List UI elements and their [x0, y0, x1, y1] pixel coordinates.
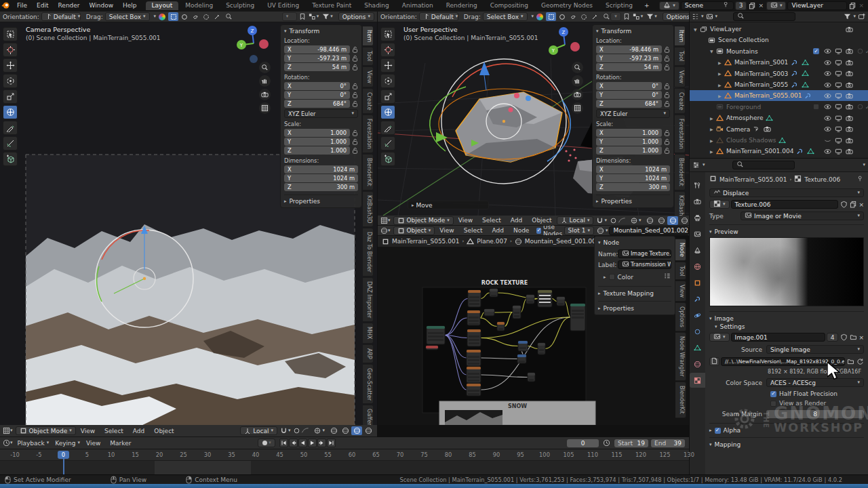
pan-hand-icon[interactable] [572, 75, 583, 87]
location--z-field[interactable]: Z54 m [284, 63, 350, 71]
sidebar-tab-blenderkit[interactable]: BlenderKit [363, 154, 374, 190]
mapping-panel-header[interactable]: ▾Mapping [709, 437, 864, 448]
texture-name-field[interactable]: Texture.006 [731, 200, 839, 209]
fake-user-shield-icon[interactable] [840, 201, 848, 208]
lock-icon[interactable] [664, 129, 670, 136]
expand-arrow[interactable]: ▶ [710, 149, 715, 154]
expand-arrow[interactable]: ▶ [718, 60, 724, 65]
tab-layout[interactable]: Layout [146, 1, 179, 10]
rotation--z-field[interactable]: Z684° [284, 100, 350, 108]
editor-type-caret[interactable]: ▾ [10, 428, 13, 433]
camera-toggle-icon[interactable] [845, 148, 854, 155]
expand-arrow[interactable]: ▶ [718, 83, 724, 87]
tool-add-cube-icon[interactable] [3, 152, 18, 166]
tool-transform-icon[interactable] [3, 105, 18, 119]
eye-toggle-icon[interactable] [823, 59, 832, 66]
sidebar-tab-kitbash3d[interactable]: KitBash3D [675, 191, 686, 216]
location--y-field[interactable]: Y-597.23 m [284, 54, 350, 62]
lock-icon[interactable] [352, 46, 358, 53]
location--z-field[interactable]: Z54 m [596, 63, 662, 71]
lock-icon[interactable] [664, 138, 670, 145]
settings-panel-header[interactable]: ▾Settings [715, 323, 864, 330]
outliner-item-label[interactable]: MainTerrain_S001.004 [726, 148, 793, 155]
sidebar-tab-options[interactable]: Options [675, 302, 686, 331]
zoom-icon[interactable] [572, 62, 583, 73]
vp-menu-object[interactable]: Object [149, 428, 178, 434]
sidebar-tab-create[interactable]: Create [675, 88, 686, 115]
dimensions--x-field[interactable]: X1024 m [284, 165, 358, 174]
shader-type-dropdown[interactable]: Object▾ [393, 226, 435, 235]
sidebar-tab-kitbash3d[interactable]: KitBash3D [363, 191, 374, 227]
node-box-13[interactable] [467, 350, 481, 366]
expand-arrow[interactable]: ▶ [710, 116, 715, 121]
camera-toggle-icon[interactable] [845, 92, 854, 100]
sidebar-tab-arp[interactable]: ARP [363, 344, 374, 363]
properties-search-input[interactable] [732, 161, 795, 169]
properties-options-icon[interactable]: ▾ [863, 163, 865, 167]
node-box-15[interactable] [538, 343, 545, 354]
outliner-row-scene-collection[interactable]: Scene Collection [690, 35, 868, 45]
zoom-icon[interactable] [259, 62, 271, 73]
select-circle-icon[interactable] [179, 12, 189, 21]
shading-solid-icon[interactable] [340, 426, 351, 435]
location--x-field[interactable]: X-98.446 m [284, 45, 350, 54]
scene-users-badge[interactable]: 3 [735, 1, 747, 10]
slot-dropdown[interactable]: Slot 1▾ [564, 226, 594, 235]
timeline-menu-view[interactable]: View [81, 440, 105, 447]
vp-menu-select[interactable]: Select [477, 217, 506, 224]
copy-icon[interactable] [849, 201, 857, 208]
shading-wireframe-icon[interactable] [644, 216, 655, 225]
monitor-toggle-icon[interactable] [834, 81, 843, 89]
timeline-tracks[interactable] [0, 461, 689, 474]
tab-shading[interactable]: Shading [358, 1, 395, 10]
annotation-icon[interactable] [623, 13, 630, 20]
properties-tab-render[interactable] [690, 194, 705, 209]
camera-toggle-icon[interactable] [845, 115, 854, 122]
preview-panel-header[interactable]: ▾Preview [709, 224, 864, 235]
timeline-menu-playback[interactable]: Playback [13, 440, 50, 447]
dimensions--x-field[interactable]: X1024 m [596, 165, 670, 174]
tool-move-icon[interactable] [3, 58, 18, 73]
lock-icon[interactable] [664, 83, 670, 89]
eye-toggle-icon[interactable] [823, 103, 832, 110]
eye-toggle-icon[interactable] [823, 115, 832, 122]
lock-icon[interactable] [352, 100, 358, 107]
lock-icon[interactable] [352, 138, 358, 145]
sidebar-tab-blenderkit[interactable]: BlenderKit [675, 382, 686, 418]
sidebar-tab-forestation[interactable]: Forestation [675, 115, 686, 153]
outliner-row-mainterrain-s001-004[interactable]: ▶MainTerrain_S001.004 [690, 146, 868, 157]
menu-render[interactable]: Render [54, 2, 85, 9]
geonodes-badge-icon[interactable] [778, 137, 787, 144]
outliner-item-label[interactable]: MainTerrain_S003 [734, 70, 788, 77]
source-dropdown[interactable]: Single Image▾ [766, 345, 864, 354]
monitor-toggle-icon[interactable] [834, 148, 843, 155]
camera-toggle-icon[interactable] [845, 125, 854, 133]
wrench-badge-icon[interactable] [790, 70, 799, 77]
node-box-6[interactable] [497, 322, 505, 331]
constraint-badge-icon[interactable] [752, 125, 761, 133]
properties-tab-tool[interactable] [690, 178, 705, 192]
editor-type-icon[interactable] [3, 427, 10, 434]
scale--x-field[interactable]: X1.000 [284, 129, 350, 137]
tab-scripting[interactable]: Scripting [599, 1, 639, 10]
vp-menu-add[interactable]: Add [506, 217, 527, 224]
select-box-icon[interactable] [168, 12, 178, 21]
texture-mapping-header[interactable]: ▸Texture Mapping [598, 286, 671, 297]
lock-icon[interactable] [352, 55, 358, 62]
browse-folder-icon[interactable] [846, 358, 854, 365]
node-box-10[interactable] [557, 297, 565, 306]
expand-arrow[interactable]: ▶ [718, 94, 724, 98]
shader-menu-view[interactable]: View [435, 227, 458, 234]
editor-type-caret[interactable]: ▾ [388, 228, 391, 233]
editor-type-icon[interactable] [380, 227, 388, 235]
outliner-item-label[interactable]: Clouds Shadows [726, 137, 776, 144]
sidebar-tab-daz-importer[interactable]: DAZ Importer [363, 277, 374, 322]
properties-tab-physics[interactable] [690, 324, 705, 339]
orientation-dropdown[interactable]: Default▾ [419, 12, 458, 21]
drag-dropdown[interactable]: Select Box▾ [105, 12, 150, 21]
wrench-badge-icon[interactable] [804, 92, 812, 100]
tool-select-box-icon[interactable] [3, 27, 18, 41]
camera-toggle-icon[interactable] [845, 26, 854, 33]
list-icon[interactable] [663, 272, 671, 281]
check-toggle-icon[interactable]: ✓ [863, 48, 868, 55]
